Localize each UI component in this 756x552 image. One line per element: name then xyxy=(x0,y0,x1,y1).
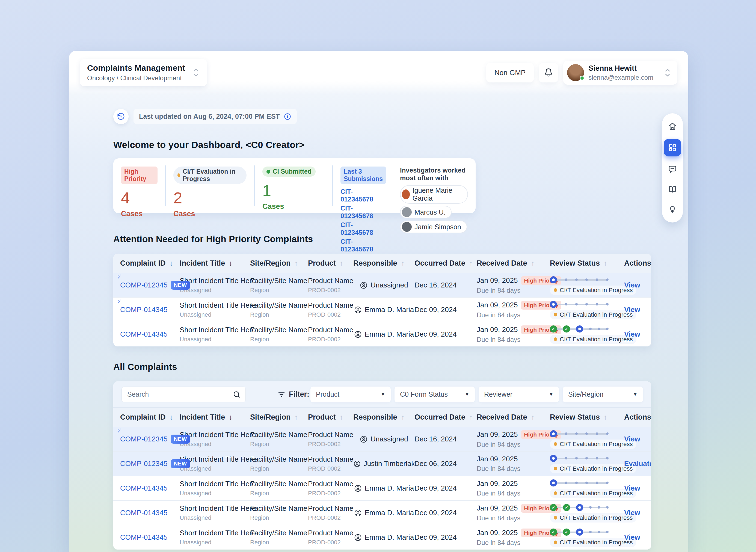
table-row: COMP-014345Short Incident Title HereUnas… xyxy=(113,476,651,501)
complaint-id-link[interactable]: COMP-012345 xyxy=(120,459,167,468)
column-header-actions[interactable]: Actions xyxy=(624,259,651,268)
action-link[interactable]: View xyxy=(624,533,644,542)
cell-main-text: Facility/Site Name xyxy=(250,479,308,488)
received-date-line: Jan 09, 2025 xyxy=(477,479,550,488)
yellow-dot-icon xyxy=(554,541,557,544)
cell-main-text: Product Name xyxy=(308,529,353,537)
cell-main-text: Facility/Site Name xyxy=(250,326,308,334)
complaint-id-link[interactable]: COMP-014345 xyxy=(120,509,167,517)
cell-complaint-id: COMP-014345 xyxy=(120,305,180,314)
cell-actions: View xyxy=(624,435,644,443)
step-pending-dot xyxy=(606,506,609,509)
cell-received-date: Jan 09, 2025High PriorityDue in 84 days xyxy=(477,301,550,319)
status-pill: CI/T Evaluation in Progress xyxy=(550,489,636,498)
column-header-incident-title[interactable]: Incident Title↓ xyxy=(180,259,250,268)
column-header-product[interactable]: Product↑ xyxy=(308,413,353,421)
person-icon xyxy=(360,435,368,443)
action-link[interactable]: Evaluate xyxy=(624,459,644,468)
complaint-id-link[interactable]: COMP-014345 xyxy=(120,330,167,338)
person-icon xyxy=(354,533,362,542)
investigator-chip[interactable]: Iguene Marie Garcia xyxy=(400,185,468,203)
cell-complaint-id: COMP-014345 xyxy=(120,533,180,542)
column-label: Product xyxy=(308,413,336,421)
column-label: Complaint ID xyxy=(120,259,166,268)
column-label: Complaint ID xyxy=(120,413,166,421)
cell-main-text: Short Incident Title Here xyxy=(180,277,250,285)
submission-link[interactable]: CIT-012345678 xyxy=(341,204,384,220)
sidebar-item-library[interactable] xyxy=(665,181,680,197)
cell-site-region: Facility/Site NameRegion xyxy=(250,479,308,497)
column-header-responsible[interactable]: Responsible↑ xyxy=(353,259,414,268)
complaint-id-link[interactable]: COMP-014345 xyxy=(120,305,167,314)
stat-value: 4 xyxy=(121,190,157,206)
yellow-dot-icon xyxy=(554,442,557,446)
investigator-chip[interactable]: Jamie Simpson xyxy=(400,221,467,233)
info-icon[interactable] xyxy=(284,113,291,120)
filter-dropdown-c0-form-status[interactable]: C0 Form Status▼ xyxy=(394,387,475,402)
lightbulb-icon xyxy=(668,205,677,214)
responsible-name: Emma D. Maria xyxy=(365,330,414,338)
action-link[interactable]: View xyxy=(624,435,644,443)
sidebar-item-messages[interactable] xyxy=(665,161,680,177)
column-header-complaint-id[interactable]: Complaint ID↓ xyxy=(120,413,180,421)
column-header-review-status[interactable]: Review Status↑ xyxy=(550,259,624,268)
cell-review-status: CI/T Evaluation in Progress xyxy=(550,479,624,498)
table-row: COMP-014345Short Incident Title HereUnas… xyxy=(113,322,651,347)
investigator-chip[interactable]: Marcus U. xyxy=(400,206,452,219)
cell-sub-text: PROD-0002 xyxy=(308,287,353,294)
submission-link[interactable]: CIT-012345678 xyxy=(341,188,384,203)
notifications-button[interactable] xyxy=(539,63,558,83)
column-header-incident-title[interactable]: Incident Title↓ xyxy=(180,413,250,421)
complaint-id-link[interactable]: COMP-014345 xyxy=(120,533,167,542)
step-pending-dot xyxy=(575,457,578,459)
column-header-received-date[interactable]: Received Date↑ xyxy=(477,259,550,268)
column-header-occurred-date[interactable]: Occurred Date↑ xyxy=(414,259,477,268)
submission-link[interactable]: CIT-012345678 xyxy=(341,238,384,253)
complaint-id-link[interactable]: COMP-012345 xyxy=(120,281,167,289)
step-pending-dot xyxy=(589,506,592,509)
filter-dropdown-site-region[interactable]: Site/Region▼ xyxy=(563,387,643,402)
submission-link[interactable]: CIT-012345678 xyxy=(341,221,384,237)
non-gmp-button[interactable]: Non GMP xyxy=(486,63,534,83)
step-pending-dot xyxy=(596,432,598,435)
column-header-received-date[interactable]: Received Date↑ xyxy=(477,413,550,421)
sidebar-item-home[interactable] xyxy=(665,119,680,134)
column-header-site-region[interactable]: Site/Region↑ xyxy=(250,259,308,268)
column-header-review-status[interactable]: Review Status↑ xyxy=(550,413,624,421)
column-header-occurred-date[interactable]: Occurred Date↑ xyxy=(414,413,477,421)
action-link[interactable]: View xyxy=(624,305,644,314)
status-text: CI/T Evaluation in Progress xyxy=(560,336,633,343)
filter-dropdown-product[interactable]: Product▼ xyxy=(310,387,391,402)
column-header-actions[interactable]: Actions xyxy=(624,413,651,421)
cell-responsible: Emma D. Maria xyxy=(353,330,414,338)
responsible-name: Emma D. Maria xyxy=(365,484,414,493)
sidebar-item-insights[interactable] xyxy=(665,202,680,217)
column-header-complaint-id[interactable]: Complaint ID↓ xyxy=(120,259,180,268)
action-link[interactable]: View xyxy=(624,281,644,289)
column-header-product[interactable]: Product↑ xyxy=(308,259,353,268)
cell-occurred-date: Dec 09, 2024 xyxy=(414,484,477,493)
due-text: Due in 84 days xyxy=(477,441,550,448)
status-pill: CI/T Evaluation in Progress xyxy=(550,286,636,295)
action-link[interactable]: View xyxy=(624,330,644,338)
step-pending-dot xyxy=(606,457,609,459)
complaint-id-link[interactable]: COMP-014345 xyxy=(120,484,167,493)
user-menu[interactable]: Sienna Hewitt sienna@example.com xyxy=(563,60,677,85)
cell-product: Product NamePROD-0002 xyxy=(308,504,353,521)
refresh-history-button[interactable] xyxy=(113,109,129,124)
app-switcher[interactable]: Complaints Management Oncology \ Clinica… xyxy=(80,59,207,86)
action-link[interactable]: View xyxy=(624,509,644,517)
dropdown-label: Site/Region xyxy=(568,390,603,398)
complaint-id-link[interactable]: COMP-012345 xyxy=(120,435,167,443)
cell-actions: View xyxy=(624,509,644,517)
column-header-site-region[interactable]: Site/Region↑ xyxy=(250,413,308,421)
cell-sub-text: Region xyxy=(250,311,308,318)
action-link[interactable]: View xyxy=(624,484,644,493)
sort-asc-icon: ↑ xyxy=(294,259,298,268)
cell-review-status: CI/T Evaluation in Progress xyxy=(550,430,624,449)
cell-incident-title: Short Incident Title HereUnassigned xyxy=(180,529,250,546)
search-input[interactable] xyxy=(122,387,246,402)
column-header-responsible[interactable]: Responsible↑ xyxy=(353,413,414,421)
sidebar-item-dashboard[interactable] xyxy=(664,139,681,156)
filter-dropdown-reviewer[interactable]: Reviewer▼ xyxy=(479,387,559,402)
